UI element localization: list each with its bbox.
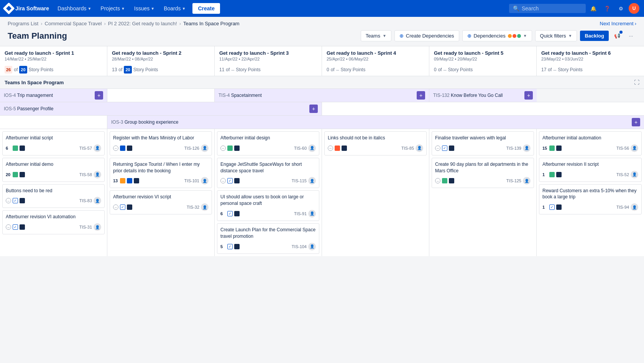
- card-tis31[interactable]: Afterburner revision VI automation – ✓ T…: [2, 210, 105, 234]
- type-icon: [127, 178, 132, 183]
- points-target-2: 20: [124, 66, 131, 74]
- sprint-name-1: Get ready to launch - Sprint 1: [5, 50, 102, 56]
- settings-button[interactable]: ⚙: [615, 2, 627, 15]
- backlog-button[interactable]: Backlog: [580, 31, 609, 41]
- epic-add-button[interactable]: +: [309, 105, 318, 113]
- priority-dash-icon: –: [435, 178, 440, 183]
- card-tis58[interactable]: Afterburner initial demo 20 TIS-58 👤: [2, 158, 105, 182]
- epic-add-button[interactable]: +: [524, 91, 533, 100]
- card-tis125[interactable]: Create 90 day plans for all departments …: [432, 158, 534, 188]
- quick-filters-button[interactable]: Quick filters ▼: [535, 30, 577, 41]
- top-navigation: Jira Software Dashboards ▼ Projects ▼ Is…: [0, 0, 644, 17]
- card-avatar: 👤: [523, 177, 531, 185]
- team-section-title: Teams In Space Program: [5, 80, 64, 85]
- cards-grid: Afterburner initial script 6 TIS-57 👤 Af…: [0, 129, 644, 256]
- sprint-name-2: Get ready to launch - Sprint 2: [112, 50, 210, 56]
- card-column-1: Afterburner initial script 6 TIS-57 👤 Af…: [0, 129, 107, 256]
- app-logo[interactable]: Jira Software: [5, 4, 49, 13]
- card-tis60[interactable]: Afterburner initial design – TIS-60 👤: [217, 131, 319, 155]
- card-tis85[interactable]: Links should not be in italics – TIS-85 …: [324, 131, 427, 155]
- breadcrumb-current: Teams In Space Program: [183, 21, 240, 26]
- teams-button[interactable]: Teams ▼: [361, 30, 391, 41]
- sprint-dates-4: 25/Apr/22 • 06/May/22: [327, 57, 424, 61]
- card-tis104[interactable]: Create Launch Plan for the Commercial Sp…: [217, 223, 319, 254]
- type-icon: [20, 198, 25, 203]
- user-avatar[interactable]: U: [629, 3, 639, 14]
- card-tis52[interactable]: Afterburner revision II script 1 TIS-52 …: [539, 158, 642, 182]
- chevron-down-icon: ▼: [121, 7, 125, 11]
- page-title: Team Planning: [8, 31, 67, 41]
- red-square-icon: [335, 146, 340, 151]
- epic-cell-tis4[interactable]: TIS-4 Spacetainment +: [215, 89, 429, 102]
- sprint-header-3: Get ready to launch - Sprint 3 11/Apr/22…: [215, 46, 322, 64]
- card-avatar: 👤: [94, 171, 101, 178]
- epic-row-1: IOS-4 Trip management + TIS-4 Spacetainm…: [0, 89, 644, 102]
- notifications-button[interactable]: 🔔: [587, 2, 600, 15]
- card-avatar: 👤: [416, 144, 423, 152]
- expand-icon[interactable]: ⛶: [634, 79, 639, 85]
- chevron-down-icon: ▼: [568, 34, 572, 38]
- more-options-button[interactable]: ···: [626, 31, 636, 41]
- points-dash-5: –: [444, 67, 447, 73]
- epic-cell-ios4[interactable]: IOS-4 Trip management +: [0, 89, 107, 102]
- create-button[interactable]: Create: [192, 3, 220, 14]
- team-section-header: Teams In Space Program ⛶: [0, 76, 644, 89]
- epic-add-button[interactable]: +: [632, 118, 640, 126]
- nav-boards[interactable]: Boards ▼: [160, 4, 189, 13]
- card-tis56[interactable]: Afterburner initial automation 15 TIS-56…: [539, 131, 642, 155]
- card-tis57[interactable]: Afterburner initial script 6 TIS-57 👤: [2, 131, 105, 155]
- nav-issues[interactable]: Issues ▼: [130, 4, 158, 13]
- breadcrumb-programs-list[interactable]: Programs List: [8, 21, 38, 26]
- type-icon: [556, 146, 562, 151]
- card-avatar: 👤: [201, 203, 209, 211]
- type-icon: [556, 204, 562, 210]
- card-tis91[interactable]: UI should allow users to book on large o…: [217, 190, 319, 221]
- points-target-1: 20: [19, 66, 27, 74]
- help-button[interactable]: ❓: [601, 2, 613, 15]
- card-tis32[interactable]: Afterburner revision VI script – ✓ TIS-3…: [110, 190, 212, 214]
- sprint-name-4: Get ready to launch - Sprint 4: [327, 50, 424, 56]
- breadcrumb-space-travel[interactable]: Commercial Space Travel: [45, 21, 102, 26]
- search-bar[interactable]: 🔍 Search: [509, 4, 586, 13]
- breadcrumb-separator: ›: [41, 21, 42, 26]
- type-icon: [13, 146, 18, 151]
- chevron-down-icon: ▼: [87, 7, 91, 11]
- check-icon: ✓: [13, 224, 18, 230]
- next-increment-button[interactable]: Next Increment ›: [600, 21, 637, 26]
- breadcrumb-separator: ›: [179, 21, 181, 26]
- chevron-down-icon: ▼: [151, 7, 154, 11]
- sprint-name-3: Get ready to launch - Sprint 3: [219, 50, 317, 56]
- epic-empty-1: [107, 89, 215, 102]
- points-dash-4: –: [336, 67, 339, 73]
- sprint-name-5: Get ready to launch - Sprint 5: [434, 50, 532, 56]
- epic-cell-tis132[interactable]: TIS-132 Know Before You Go Call +: [429, 89, 537, 102]
- sprint-headers: Get ready to launch - Sprint 1 14/Mar/22…: [0, 46, 644, 64]
- card-avatar: 👤: [94, 197, 101, 204]
- card-tis83[interactable]: Buttons need to be red – ✓ TIS-83 👤: [2, 184, 105, 208]
- card-column-2: Register with the Mars Ministry of Labor…: [107, 129, 215, 256]
- dependencies-button[interactable]: ⊕ Dependencies ▼: [462, 30, 532, 41]
- breadcrumb-pi2[interactable]: PI 2 2022: Get ready to launch!: [108, 21, 177, 26]
- epic-cell-ios3[interactable]: IOS-3 Group booking experience +: [107, 116, 644, 129]
- epic-add-button[interactable]: +: [95, 91, 103, 100]
- epic-add-button[interactable]: +: [417, 91, 425, 100]
- card-tis94[interactable]: Reward Customers an extra 5-10% when the…: [539, 184, 642, 215]
- type-icon: [442, 178, 447, 183]
- card-tis101[interactable]: Returning Space Tourist / When I enter m…: [110, 158, 212, 188]
- epic-cell-ios5[interactable]: IOS-5 Passenger Profile +: [0, 102, 322, 115]
- page-header: Team Planning Teams ▼ ⊕ Create Dependenc…: [0, 29, 644, 46]
- type-icon: [556, 172, 562, 177]
- sprint-points-2: 13 of 20 Story Points: [107, 64, 215, 76]
- card-tis115[interactable]: Engage JetShuttle SpaceWays for short di…: [217, 158, 319, 188]
- header-actions: Teams ▼ ⊕ Create Dependencies ⊕ Dependen…: [361, 30, 636, 41]
- create-dependencies-button[interactable]: ⊕ Create Dependencies: [394, 30, 459, 41]
- card-tis126[interactable]: Register with the Mars Ministry of Labor…: [110, 131, 212, 155]
- nav-projects[interactable]: Projects ▼: [97, 4, 128, 13]
- type-icon: [234, 146, 240, 151]
- type-icon: [549, 172, 555, 177]
- type-icon: [234, 244, 240, 249]
- priority-dash-icon: –: [435, 146, 440, 151]
- card-tis139[interactable]: Finalise traveller waivers with legal – …: [432, 131, 534, 155]
- nav-dashboards[interactable]: Dashboards ▼: [54, 4, 95, 13]
- type-icon: [234, 211, 240, 216]
